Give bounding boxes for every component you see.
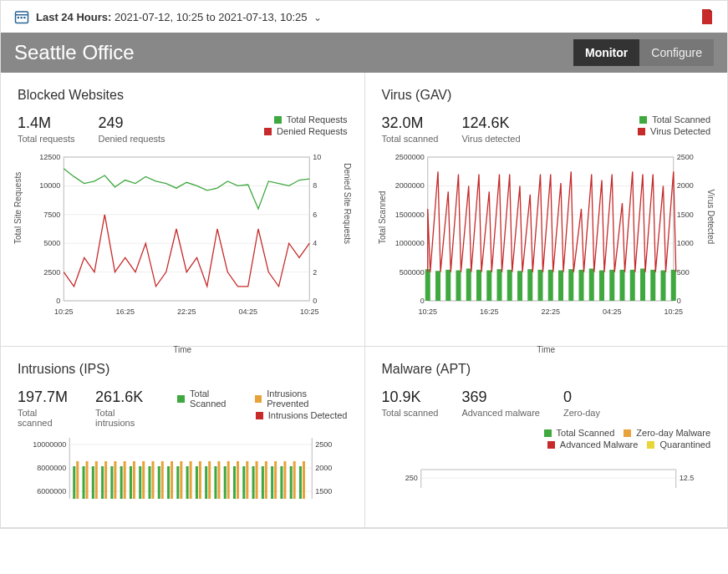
panel-virus: Virus (GAV) 32.0M Total scanned 124.6K V… bbox=[364, 73, 728, 347]
date-range[interactable]: Last 24 Hours: 2021-07-12, 10:25 to 2021… bbox=[36, 11, 322, 23]
svg-rect-129 bbox=[271, 466, 273, 499]
svg-text:5000: 5000 bbox=[43, 239, 60, 247]
svg-text:8: 8 bbox=[313, 181, 317, 190]
svg-rect-110 bbox=[180, 461, 182, 499]
svg-rect-59 bbox=[486, 271, 491, 301]
svg-rect-96 bbox=[114, 461, 116, 499]
svg-text:500: 500 bbox=[676, 268, 689, 277]
svg-rect-68 bbox=[578, 270, 583, 301]
svg-text:2500: 2500 bbox=[676, 153, 693, 161]
stat-ips-intrusions: 261.6K Total intrusions bbox=[95, 389, 154, 428]
header-tabs: Monitor Configure bbox=[573, 39, 714, 66]
svg-rect-73 bbox=[629, 270, 634, 301]
svg-text:0: 0 bbox=[313, 297, 317, 305]
svg-text:4: 4 bbox=[313, 239, 317, 247]
svg-rect-111 bbox=[186, 466, 189, 499]
svg-rect-120 bbox=[227, 461, 230, 499]
svg-rect-23 bbox=[64, 157, 309, 301]
svg-rect-101 bbox=[139, 466, 141, 499]
svg-text:22:25: 22:25 bbox=[541, 307, 560, 316]
svg-rect-112 bbox=[190, 461, 192, 499]
svg-text:250: 250 bbox=[405, 474, 417, 482]
svg-text:1500: 1500 bbox=[315, 487, 332, 495]
svg-rect-116 bbox=[208, 461, 211, 499]
xlabel: Time bbox=[173, 345, 191, 354]
swatch-red bbox=[264, 128, 272, 135]
svg-text:04:25: 04:25 bbox=[238, 307, 257, 316]
legend-apt: Total Scanned Zero-day Malware Advanced … bbox=[382, 428, 711, 450]
stat-apt-scanned: 10.9K Total scanned bbox=[382, 389, 439, 418]
pdf-export-icon[interactable] bbox=[700, 9, 714, 24]
svg-rect-115 bbox=[205, 466, 207, 499]
svg-text:10:25: 10:25 bbox=[418, 307, 437, 316]
svg-rect-61 bbox=[507, 270, 512, 301]
swatch-green bbox=[274, 116, 282, 124]
svg-text:0: 0 bbox=[56, 297, 60, 305]
stat-denied-requests: 249 Denied requests bbox=[98, 114, 165, 144]
svg-text:1000: 1000 bbox=[676, 239, 693, 247]
svg-rect-60 bbox=[496, 269, 501, 301]
svg-rect-108 bbox=[171, 461, 173, 499]
svg-rect-97 bbox=[120, 466, 123, 499]
svg-rect-119 bbox=[224, 466, 227, 499]
svg-rect-76 bbox=[660, 271, 665, 301]
svg-text:10: 10 bbox=[313, 153, 321, 161]
svg-text:10000: 10000 bbox=[39, 181, 60, 190]
svg-rect-103 bbox=[148, 466, 150, 499]
stat-apt-advanced: 369 Advanced malware bbox=[461, 389, 540, 418]
chart-malware: 25012.5 bbox=[382, 455, 711, 517]
svg-rect-92 bbox=[95, 461, 98, 499]
svg-rect-91 bbox=[92, 466, 94, 499]
svg-rect-72 bbox=[619, 270, 624, 301]
svg-rect-106 bbox=[161, 461, 164, 499]
ylabel-left: Total Site Requests bbox=[13, 172, 23, 244]
panel-title: Virus (GAV) bbox=[382, 88, 711, 103]
tab-configure[interactable]: Configure bbox=[639, 39, 714, 66]
chevron-down-icon[interactable]: ⌄ bbox=[313, 12, 322, 23]
svg-rect-89 bbox=[83, 466, 85, 499]
header-bar: Seattle Office Monitor Configure bbox=[1, 33, 727, 73]
svg-rect-98 bbox=[124, 461, 126, 499]
svg-rect-136 bbox=[303, 461, 305, 499]
chart-virus: Total Scanned Virus Detected 00500000500… bbox=[382, 152, 711, 336]
svg-text:2000: 2000 bbox=[315, 464, 332, 472]
legend-virus: Total Scanned Virus Detected bbox=[638, 114, 710, 144]
svg-rect-105 bbox=[158, 466, 160, 499]
svg-rect-54 bbox=[435, 271, 440, 301]
topbar: Last 24 Hours: 2021-07-12, 10:25 to 2021… bbox=[1, 1, 727, 33]
tab-monitor[interactable]: Monitor bbox=[573, 39, 639, 66]
svg-rect-64 bbox=[537, 270, 542, 301]
svg-rect-3 bbox=[21, 17, 23, 18]
svg-rect-135 bbox=[299, 466, 302, 499]
stat-total-requests: 1.4M Total requests bbox=[18, 114, 74, 144]
svg-rect-127 bbox=[262, 466, 264, 499]
svg-text:7500: 7500 bbox=[43, 211, 60, 219]
svg-rect-90 bbox=[86, 461, 89, 499]
svg-rect-121 bbox=[233, 466, 236, 499]
date-range-value: 2021-07-12, 10:25 to 2021-07-13, 10:25 bbox=[115, 11, 308, 23]
svg-text:8000000: 8000000 bbox=[37, 464, 66, 472]
svg-rect-99 bbox=[130, 466, 132, 499]
stat-virus-detected: 124.6K Virus detected bbox=[461, 114, 520, 144]
svg-rect-69 bbox=[588, 268, 593, 301]
svg-text:2000000: 2000000 bbox=[395, 181, 424, 190]
svg-text:1500: 1500 bbox=[676, 211, 693, 219]
svg-text:6000000: 6000000 bbox=[37, 487, 66, 495]
svg-text:0: 0 bbox=[676, 297, 680, 305]
svg-rect-133 bbox=[290, 466, 293, 499]
ylabel-right: Denied Site Requests bbox=[343, 163, 352, 244]
svg-rect-53 bbox=[425, 269, 430, 301]
svg-text:10:25: 10:25 bbox=[54, 307, 74, 316]
svg-rect-57 bbox=[466, 268, 471, 301]
svg-rect-77 bbox=[670, 270, 675, 301]
svg-text:1500000: 1500000 bbox=[395, 211, 424, 219]
panel-title: Malware (APT) bbox=[382, 362, 711, 377]
legend-ips: Total Scanned Intrusions Prevented Intru… bbox=[177, 389, 347, 428]
svg-rect-128 bbox=[265, 461, 267, 499]
svg-rect-93 bbox=[101, 466, 104, 499]
panel-intrusions: Intrusions (IPS) 197.7M Total scanned 26… bbox=[1, 347, 364, 528]
svg-text:2500: 2500 bbox=[43, 268, 60, 277]
svg-text:10:25: 10:25 bbox=[300, 307, 319, 316]
svg-rect-134 bbox=[293, 461, 296, 499]
svg-rect-4 bbox=[23, 17, 25, 18]
